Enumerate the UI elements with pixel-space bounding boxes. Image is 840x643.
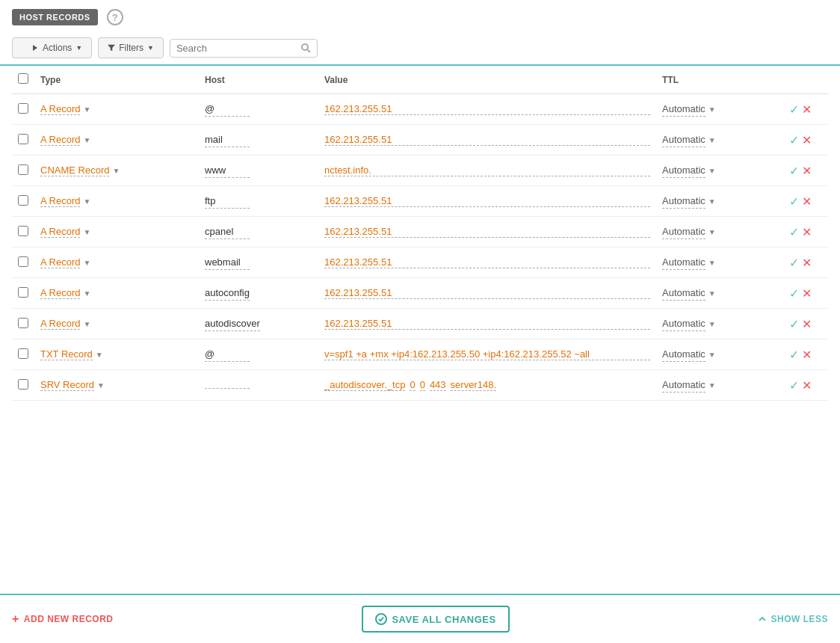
confirm-icon[interactable]: ✓	[789, 103, 799, 116]
delete-icon[interactable]: ✕	[802, 256, 812, 269]
host-field[interactable]: autoconfig	[205, 286, 250, 301]
select-all-checkbox[interactable]	[18, 73, 28, 84]
ttl-select-label[interactable]: Automatic	[662, 163, 705, 178]
row-checkbox[interactable]	[18, 134, 28, 144]
filters-button[interactable]: Filters ▼	[98, 37, 164, 58]
ttl-select-label[interactable]: Automatic	[662, 316, 705, 331]
confirm-icon[interactable]: ✓	[789, 134, 799, 147]
confirm-icon[interactable]: ✓	[789, 379, 799, 392]
host-field[interactable]: @	[205, 102, 250, 117]
delete-icon[interactable]: ✕	[802, 379, 812, 392]
ttl-dropdown-arrow[interactable]: ▼	[708, 228, 716, 236]
delete-icon[interactable]: ✕	[802, 195, 812, 208]
row-checkbox[interactable]	[18, 379, 28, 390]
add-new-record-button[interactable]: + ADD NEW RECORD	[12, 612, 114, 626]
type-select-label[interactable]: SRV Record	[40, 379, 94, 391]
type-select-label[interactable]: A Record	[40, 318, 80, 330]
host-field[interactable]: autodiscover	[205, 316, 260, 331]
host-field[interactable]: cpanel	[205, 224, 250, 239]
row-checkbox[interactable]	[18, 287, 28, 298]
type-select-label[interactable]: A Record	[40, 287, 80, 299]
actions-button[interactable]: Actions ▼	[12, 37, 92, 58]
type-dropdown-arrow[interactable]: ▼	[112, 167, 120, 175]
search-input[interactable]	[176, 43, 296, 54]
confirm-icon[interactable]: ✓	[789, 195, 799, 208]
type-select-label[interactable]: CNAME Record	[40, 164, 109, 176]
srv-part[interactable]: _autodiscover._tcp	[324, 379, 405, 391]
confirm-icon[interactable]: ✓	[789, 226, 799, 239]
value-field[interactable]: 162.213.255.51	[324, 134, 650, 146]
value-field[interactable]: 162.213.255.51	[324, 318, 650, 330]
ttl-dropdown-arrow[interactable]: ▼	[708, 167, 716, 175]
srv-part[interactable]: server148.	[451, 379, 496, 391]
host-field[interactable]: webmail	[205, 255, 250, 270]
ttl-dropdown-arrow[interactable]: ▼	[708, 381, 716, 390]
row-checkbox[interactable]	[18, 195, 28, 206]
confirm-icon[interactable]: ✓	[789, 287, 799, 300]
delete-icon[interactable]: ✕	[802, 287, 812, 300]
type-dropdown-arrow[interactable]: ▼	[83, 320, 90, 328]
confirm-icon[interactable]: ✓	[789, 348, 799, 361]
srv-part[interactable]: 0	[410, 379, 415, 391]
type-dropdown-arrow[interactable]: ▼	[83, 136, 90, 144]
host-field[interactable]: mail	[205, 132, 250, 147]
ttl-dropdown-arrow[interactable]: ▼	[708, 259, 716, 267]
type-select-label[interactable]: A Record	[40, 103, 80, 115]
value-field[interactable]: 162.213.255.51	[324, 226, 650, 238]
ttl-dropdown-arrow[interactable]: ▼	[708, 197, 716, 206]
srv-part[interactable]: 0	[420, 379, 425, 391]
ttl-dropdown-arrow[interactable]: ▼	[708, 105, 716, 114]
save-all-changes-button[interactable]: SAVE ALL CHANGES	[362, 606, 509, 633]
delete-icon[interactable]: ✕	[802, 318, 812, 330]
help-icon[interactable]: ?	[107, 9, 123, 25]
type-dropdown-arrow[interactable]: ▼	[97, 381, 105, 390]
confirm-icon[interactable]: ✓	[789, 256, 799, 269]
ttl-select-label[interactable]: Automatic	[662, 286, 705, 301]
type-dropdown-arrow[interactable]: ▼	[83, 197, 90, 206]
type-dropdown-arrow[interactable]: ▼	[83, 289, 90, 298]
value-field[interactable]: 162.213.255.51	[324, 287, 650, 299]
ttl-dropdown-arrow[interactable]: ▼	[708, 320, 716, 328]
row-checkbox[interactable]	[18, 226, 28, 236]
type-select-label[interactable]: TXT Record	[40, 348, 93, 360]
ttl-select-label[interactable]: Automatic	[662, 102, 705, 117]
type-dropdown-arrow[interactable]: ▼	[83, 105, 90, 114]
ttl-select-label[interactable]: Automatic	[662, 347, 705, 362]
host-field[interactable]: www	[205, 163, 250, 178]
value-field[interactable]: v=spf1 +a +mx +ip4:162.213.255.50 +ip4:1…	[324, 348, 650, 360]
row-checkbox[interactable]	[18, 348, 28, 359]
row-checkbox[interactable]	[18, 103, 28, 114]
host-field[interactable]	[205, 385, 250, 389]
delete-icon[interactable]: ✕	[802, 348, 812, 361]
delete-icon[interactable]: ✕	[802, 226, 812, 239]
value-field[interactable]: nctest.info.	[324, 164, 650, 176]
ttl-select-label[interactable]: Automatic	[662, 132, 705, 147]
type-select-label[interactable]: A Record	[40, 256, 80, 268]
ttl-select-label[interactable]: Automatic	[662, 224, 705, 239]
row-checkbox[interactable]	[18, 256, 28, 267]
srv-part[interactable]: 443	[430, 379, 446, 391]
ttl-select-label[interactable]: Automatic	[662, 378, 705, 393]
host-field[interactable]: @	[205, 347, 250, 362]
value-field[interactable]: 162.213.255.51	[324, 103, 650, 115]
confirm-icon[interactable]: ✓	[789, 318, 799, 330]
type-select-label[interactable]: A Record	[40, 195, 80, 207]
row-checkbox[interactable]	[18, 164, 28, 175]
confirm-icon[interactable]: ✓	[789, 164, 799, 177]
ttl-dropdown-arrow[interactable]: ▼	[708, 289, 716, 298]
ttl-dropdown-arrow[interactable]: ▼	[708, 351, 716, 359]
delete-icon[interactable]: ✕	[802, 103, 812, 116]
type-select-label[interactable]: A Record	[40, 134, 80, 146]
row-checkbox[interactable]	[18, 318, 28, 328]
ttl-select-label[interactable]: Automatic	[662, 255, 705, 270]
value-field[interactable]: 162.213.255.51	[324, 256, 650, 268]
delete-icon[interactable]: ✕	[802, 164, 812, 177]
type-select-label[interactable]: A Record	[40, 226, 80, 238]
show-less-button[interactable]: SHOW LESS	[758, 614, 828, 624]
ttl-dropdown-arrow[interactable]: ▼	[708, 136, 716, 144]
delete-icon[interactable]: ✕	[802, 134, 812, 147]
type-dropdown-arrow[interactable]: ▼	[83, 228, 90, 236]
value-field[interactable]: 162.213.255.51	[324, 195, 650, 207]
type-dropdown-arrow[interactable]: ▼	[83, 259, 90, 267]
ttl-select-label[interactable]: Automatic	[662, 194, 705, 209]
